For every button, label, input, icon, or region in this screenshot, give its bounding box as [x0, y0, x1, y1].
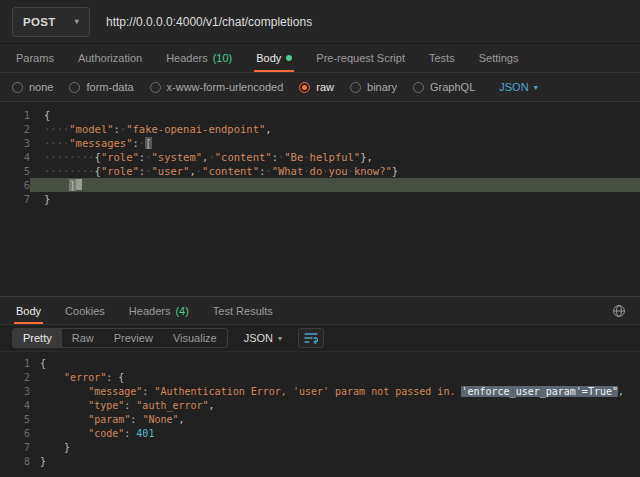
- response-tab-test-results[interactable]: Test Results: [201, 297, 285, 324]
- body-has-content-dot: [286, 55, 292, 61]
- code-text: ····"messages":·[: [30, 136, 640, 150]
- response-tab-body[interactable]: Body: [4, 297, 53, 324]
- url-input[interactable]: http://0.0.0.0:4000/v1/chat/completions: [106, 15, 628, 29]
- request-body-editor[interactable]: 1{2····"model":·"fake-openai-endpoint",3…: [0, 102, 640, 296]
- body-mode-x-www-form-urlencoded[interactable]: x-www-form-urlencoded: [150, 81, 284, 93]
- request-language-dropdown[interactable]: JSON▾: [499, 81, 537, 93]
- line-number: 4: [0, 150, 30, 164]
- code-line: 7 }: [0, 441, 640, 455]
- radio-icon: [413, 82, 424, 93]
- method-dropdown[interactable]: POST ▾: [12, 7, 90, 37]
- body-mode-binary[interactable]: binary: [350, 81, 397, 93]
- tab-label: Authorization: [78, 52, 142, 64]
- tab-label: Test Results: [213, 305, 273, 317]
- code-line: 5········{"role":·"user",·"content":·"Wh…: [0, 164, 640, 178]
- radio-icon: [150, 82, 161, 93]
- code-line: 6····]: [0, 178, 640, 192]
- line-number: 6: [0, 178, 30, 192]
- response-view-raw[interactable]: Raw: [62, 329, 104, 347]
- request-tab-authorization[interactable]: Authorization: [66, 44, 154, 72]
- line-number: 3: [0, 385, 30, 399]
- code-text: "code": 401: [30, 427, 640, 441]
- code-line: 3 "message": "Authentication Error, 'use…: [0, 385, 640, 399]
- response-view-toggle: PrettyRawPreviewVisualize: [12, 328, 228, 348]
- line-number: 5: [0, 164, 30, 178]
- code-line: 2 "error": {: [0, 371, 640, 385]
- tab-label: Settings: [479, 52, 519, 64]
- code-text: "message": "Authentication Error, 'user'…: [30, 385, 640, 399]
- body-mode-row: noneform-datax-www-form-urlencodedrawbin…: [0, 73, 640, 102]
- body-mode-label: raw: [316, 81, 334, 93]
- response-tab-headers[interactable]: Headers(4): [117, 297, 201, 324]
- tab-label: Body: [256, 52, 281, 64]
- chevron-down-icon: ▾: [278, 334, 282, 343]
- wrap-lines-button[interactable]: [298, 328, 324, 348]
- request-tab-settings[interactable]: Settings: [467, 44, 531, 72]
- request-tab-tests[interactable]: Tests: [417, 44, 467, 72]
- code-text: "error": {: [30, 371, 640, 385]
- code-text: {: [30, 357, 640, 371]
- tab-label: Body: [16, 305, 41, 317]
- tab-label: Headers: [129, 305, 171, 317]
- body-mode-label: x-www-form-urlencoded: [167, 81, 284, 93]
- request-language-label: JSON: [499, 81, 528, 93]
- tab-count-badge: (4): [175, 305, 188, 317]
- chevron-down-icon: ▾: [75, 17, 79, 26]
- globe-icon[interactable]: [612, 304, 626, 318]
- code-text: }: [30, 441, 640, 455]
- code-line: 3····"messages":·[: [0, 136, 640, 150]
- line-number: 7: [0, 441, 30, 455]
- line-number: 5: [0, 413, 30, 427]
- code-text: }: [30, 192, 640, 206]
- request-tab-body[interactable]: Body: [244, 44, 304, 72]
- code-line: 4········{"role":·"system",·"content":·"…: [0, 150, 640, 164]
- request-tabs: ParamsAuthorizationHeaders(10)BodyPre-re…: [0, 44, 640, 73]
- tab-label: Pre-request Script: [316, 52, 405, 64]
- response-body-editor[interactable]: 1{2 "error": {3 "message": "Authenticati…: [0, 352, 640, 477]
- code-line: 4 "type": "auth_error",: [0, 399, 640, 413]
- tab-label: Tests: [429, 52, 455, 64]
- response-view-visualize[interactable]: Visualize: [163, 329, 227, 347]
- line-number: 1: [0, 357, 30, 371]
- postman-window: POST ▾ http://0.0.0.0:4000/v1/chat/compl…: [0, 0, 640, 477]
- body-mode-none[interactable]: none: [12, 81, 53, 93]
- radio-icon: [350, 82, 361, 93]
- text-cursor: [76, 179, 82, 190]
- response-view-pretty[interactable]: Pretty: [13, 329, 62, 347]
- body-mode-graphql[interactable]: GraphQL: [413, 81, 475, 93]
- code-text: "type": "auth_error",: [30, 399, 640, 413]
- request-tab-params[interactable]: Params: [4, 44, 66, 72]
- code-text: ····]: [30, 178, 640, 192]
- code-line: 5 "param": "None",: [0, 413, 640, 427]
- request-tab-headers[interactable]: Headers(10): [154, 44, 244, 72]
- body-mode-raw[interactable]: raw: [299, 81, 334, 93]
- response-tab-cookies[interactable]: Cookies: [53, 297, 117, 324]
- tab-label: Headers: [166, 52, 208, 64]
- wrap-lines-icon: [304, 332, 318, 344]
- response-view-preview[interactable]: Preview: [104, 329, 163, 347]
- body-mode-label: form-data: [86, 81, 133, 93]
- tab-label: Cookies: [65, 305, 105, 317]
- response-language-dropdown[interactable]: JSON ▾: [244, 332, 282, 344]
- line-number: 6: [0, 427, 30, 441]
- code-line: 1{: [0, 357, 640, 371]
- chevron-down-icon: ▾: [534, 83, 538, 92]
- code-line: 2····"model":·"fake-openai-endpoint",: [0, 122, 640, 136]
- radio-icon: [69, 82, 80, 93]
- code-line: 6 "code": 401: [0, 427, 640, 441]
- body-mode-label: binary: [367, 81, 397, 93]
- line-number: 2: [0, 122, 30, 136]
- body-mode-label: GraphQL: [430, 81, 475, 93]
- request-url-bar: POST ▾ http://0.0.0.0:4000/v1/chat/compl…: [0, 0, 640, 44]
- code-text: ········{"role":·"user",·"content":·"Wha…: [30, 164, 640, 178]
- code-text: ····"model":·"fake-openai-endpoint",: [30, 122, 640, 136]
- radio-icon: [299, 82, 310, 93]
- code-text: ········{"role":·"system",·"content":·"B…: [30, 150, 640, 164]
- code-text: "param": "None",: [30, 413, 640, 427]
- line-number: 1: [0, 108, 30, 122]
- radio-icon: [12, 82, 23, 93]
- code-text: {: [30, 108, 640, 122]
- body-mode-form-data[interactable]: form-data: [69, 81, 133, 93]
- line-number: 8: [0, 455, 30, 469]
- request-tab-pre-request-script[interactable]: Pre-request Script: [304, 44, 417, 72]
